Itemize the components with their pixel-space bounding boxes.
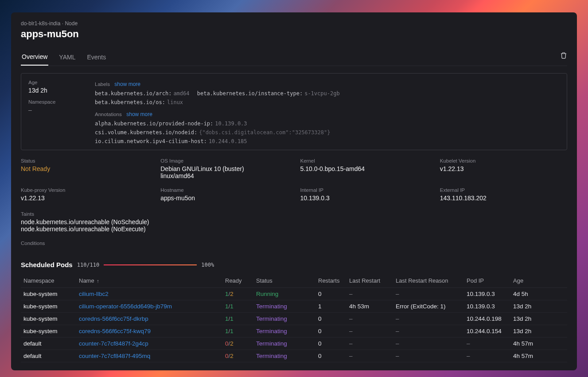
cell-pod-ip: – — [464, 350, 510, 362]
col-name[interactable]: Name ↑ — [76, 274, 222, 288]
kernel-label: Kernel — [300, 158, 428, 163]
tab-yaml[interactable]: YAML — [58, 50, 76, 65]
cell-ready: 0/2 — [222, 350, 253, 362]
col-status[interactable]: Status — [253, 274, 315, 288]
cell-age: 4d 5h — [510, 288, 567, 300]
cell-age: 4h 57m — [510, 350, 567, 362]
scheduled-pods-section: Scheduled Pods 110/110 100% Namespace Na… — [21, 261, 567, 362]
pods-count: 110/110 — [77, 262, 100, 268]
ann-val: 10.139.0.3 — [215, 120, 247, 127]
cell-ready: 0/2 — [222, 338, 253, 350]
tabbar: Overview YAML Events — [21, 50, 567, 66]
table-row[interactable]: defaultcounter-7c7cf8487f-495mq0/2Termin… — [21, 350, 567, 362]
cell-name: counter-7c7cf8487f-495mq — [76, 350, 222, 362]
col-restart-reason[interactable]: Last Restart Reason — [393, 274, 464, 288]
cell-restart-reason: Error (ExitCode: 1) — [393, 300, 464, 313]
taint-value-1: node.kubernetes.io/unreachable (NoSchedu… — [21, 218, 567, 225]
table-row[interactable]: kube-systemcoredns-566f6cc75f-kwq791/1Te… — [21, 325, 567, 338]
cell-ready: 1/1 — [222, 300, 253, 313]
cell-pod-ip: 10.139.0.3 — [464, 300, 510, 313]
table-row[interactable]: kube-systemcilium-operator-6556dd649b-jb… — [21, 300, 567, 313]
kubeproxy-value: v1.22.13 — [21, 194, 148, 202]
internal-ip-value: 10.139.0.3 — [300, 194, 428, 202]
label-val: linux — [167, 99, 183, 105]
col-ready[interactable]: Ready — [222, 274, 253, 288]
os-value-1: Debian GNU/Linux 10 (buster) — [160, 165, 288, 172]
cell-namespace: kube-system — [21, 325, 76, 338]
cell-ready: 1/1 — [222, 325, 253, 338]
tab-overview[interactable]: Overview — [21, 50, 48, 66]
col-pod-ip[interactable]: Pod IP — [464, 274, 510, 288]
tab-events[interactable]: Events — [86, 50, 107, 65]
cell-last-restart: – — [347, 325, 393, 338]
cell-status: Terminating — [253, 350, 315, 362]
cell-restarts: 0 — [315, 288, 347, 300]
labels-heading: Labels — [95, 82, 110, 87]
annotations-heading: Annotations — [95, 112, 122, 117]
label-key: beta.kubernetes.io/instance-type: — [197, 90, 303, 97]
label-key: beta.kubernetes.io/arch: — [95, 90, 171, 97]
pod-link[interactable]: cilium-operator-6556dd649b-jb79m — [79, 303, 172, 310]
age-label: Age — [28, 80, 77, 85]
sort-up-icon: ↑ — [97, 278, 99, 284]
status-value: Not Ready — [21, 165, 148, 172]
metadata-box: Age 13d 2h Namespace – Labels show more … — [21, 73, 567, 150]
cell-restart-reason: – — [393, 288, 464, 300]
cell-restarts: 0 — [315, 338, 347, 350]
cell-restarts: 0 — [315, 313, 347, 325]
hostname-value: apps-mu5on — [160, 194, 288, 202]
labels-show-more[interactable]: show more — [114, 81, 140, 87]
cell-last-restart: – — [347, 338, 393, 350]
hostname-label: Hostname — [160, 187, 288, 193]
os-label: OS Image — [160, 158, 288, 163]
external-ip-value: 143.110.183.202 — [440, 194, 567, 202]
cell-name: cilium-operator-6556dd649b-jb79m — [76, 300, 222, 313]
cell-restarts: 1 — [315, 300, 347, 313]
cell-status: Terminating — [253, 325, 315, 338]
breadcrumb[interactable]: do-blr1-k8s-india · Node — [21, 20, 567, 27]
cell-status: Terminating — [253, 300, 315, 313]
ann-key: io.cilium.network.ipv4-cilium-host: — [95, 138, 207, 144]
annotations-show-more[interactable]: show more — [126, 111, 152, 117]
col-namespace[interactable]: Namespace — [21, 274, 76, 288]
conditions-label: Conditions — [21, 241, 567, 246]
status-label: Status — [21, 158, 148, 163]
cell-last-restart: – — [347, 288, 393, 300]
node-detail-panel: do-blr1-k8s-india · Node apps-mu5on Over… — [11, 12, 577, 370]
pod-link[interactable]: cilium-llbc2 — [79, 291, 109, 297]
breadcrumb-kind[interactable]: Node — [65, 20, 78, 27]
table-row[interactable]: defaultcounter-7c7cf8487f-2g4cp0/2Termin… — [21, 338, 567, 350]
taints-label: Taints — [21, 211, 567, 217]
kernel-value: 5.10.0-0.bpo.15-amd64 — [300, 165, 428, 172]
table-row[interactable]: kube-systemcilium-llbc21/2Running0––10.1… — [21, 288, 567, 300]
cell-ready: 1/1 — [222, 313, 253, 325]
cell-pod-ip: – — [464, 338, 510, 350]
trash-icon — [560, 53, 567, 61]
os-value-2: linux/amd64 — [160, 172, 288, 179]
pod-link[interactable]: coredns-566f6cc75f-kwq79 — [79, 328, 151, 334]
pods-percent: 100% — [201, 262, 214, 268]
cell-restarts: 0 — [315, 350, 347, 362]
pod-link[interactable]: counter-7c7cf8487f-495mq — [79, 353, 150, 359]
pod-link[interactable]: counter-7c7cf8487f-2g4cp — [79, 340, 148, 347]
col-restarts[interactable]: Restarts — [315, 274, 347, 288]
cell-status: Terminating — [253, 338, 315, 350]
taint-value-2: node.kubernetes.io/unreachable (NoExecut… — [21, 225, 567, 233]
col-age[interactable]: Age — [510, 274, 567, 288]
cell-ready: 1/2 — [222, 288, 253, 300]
cell-last-restart: 4h 53m — [347, 300, 393, 313]
info-grid: StatusNot Ready OS ImageDebian GNU/Linux… — [21, 158, 567, 248]
delete-button[interactable] — [560, 51, 567, 64]
col-last-restart[interactable]: Last Restart — [347, 274, 393, 288]
cell-age: 4h 57m — [510, 338, 567, 350]
ann-key: alpha.kubernetes.io/provided-node-ip: — [95, 120, 213, 127]
pods-progress-bar — [104, 264, 197, 265]
cell-namespace: default — [21, 350, 76, 362]
pod-link[interactable]: coredns-566f6cc75f-dkrbp — [79, 315, 148, 322]
cell-restart-reason: – — [393, 313, 464, 325]
label-val: amd64 — [173, 90, 189, 97]
pods-title: Scheduled Pods — [21, 261, 73, 268]
table-row[interactable]: kube-systemcoredns-566f6cc75f-dkrbp1/1Te… — [21, 313, 567, 325]
breadcrumb-cluster[interactable]: do-blr1-k8s-india — [21, 20, 60, 27]
cell-name: counter-7c7cf8487f-2g4cp — [76, 338, 222, 350]
